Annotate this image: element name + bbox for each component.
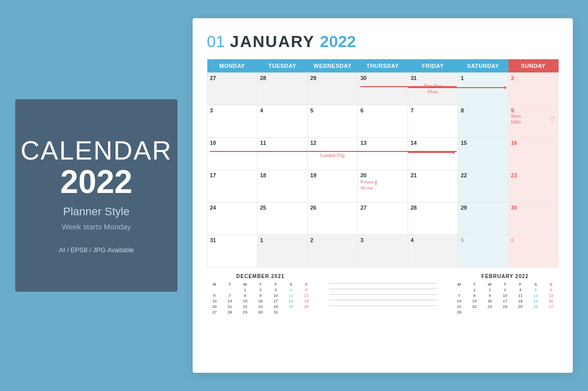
cell-31: 31 New YearPArty bbox=[408, 73, 458, 105]
cell-28: 28 bbox=[258, 73, 308, 105]
table-row: 10 11 12 bbox=[207, 138, 559, 170]
mini-dec-title: DECEMBER 2021 bbox=[207, 273, 314, 279]
cell-28: 28 bbox=[408, 203, 458, 235]
header-wednesday: WEDNESDAY bbox=[308, 59, 358, 73]
notes-lines bbox=[314, 273, 451, 315]
table-row: 24 25 26 27 28 29 30 bbox=[207, 203, 559, 235]
mini-feb-title: FEBRUARY 2022 bbox=[452, 273, 559, 279]
table-row: 14151617181920 bbox=[452, 298, 559, 304]
note-line bbox=[329, 305, 436, 306]
cell-10: 10 bbox=[207, 138, 258, 170]
cell-30: 30 bbox=[508, 203, 559, 235]
cell-1-other: 1 bbox=[258, 235, 308, 267]
cell-29: 29 bbox=[308, 73, 358, 105]
cell-31-jan: 31 bbox=[207, 235, 258, 267]
left-panel: CALENDAR 2022 Planner Style Week starts … bbox=[15, 99, 177, 292]
cell-23: 23 bbox=[508, 170, 559, 203]
mini-calendar-december: DECEMBER 2021 M T W T F S S bbox=[207, 273, 314, 315]
cell-8: 8 bbox=[458, 105, 508, 138]
cell-3-other: 3 bbox=[358, 235, 408, 267]
cell-11: 11 bbox=[258, 138, 308, 170]
note-line bbox=[329, 289, 436, 289]
table-row: 3 4 5 6 7 8 9 MomHBD ♡ bbox=[207, 105, 559, 138]
table-row: 31 1 2 3 4 5 6 bbox=[207, 235, 559, 267]
table-row: 28 bbox=[452, 309, 559, 315]
calendar-grid: MONDAY TUESDAY WEDNESDAY THURSDAY FRIDAY… bbox=[207, 59, 559, 267]
cell-27: 27 bbox=[207, 73, 258, 105]
mini-calendar-february: FEBRUARY 2022 M T W T F S S bbox=[452, 273, 559, 315]
bottom-section: DECEMBER 2021 M T W T F S S bbox=[207, 273, 559, 315]
header-thursday: THURSDAY bbox=[358, 59, 408, 73]
cell-14: 14 bbox=[408, 138, 458, 170]
left-year: 2022 bbox=[60, 166, 132, 198]
cell-27b: 27 bbox=[358, 203, 408, 235]
table-row: 6789101112 bbox=[207, 293, 314, 298]
left-formats: AI / EPS8 / JPG Available bbox=[59, 246, 134, 254]
table-row: 27 28 29 30 31 New YearPArty bbox=[207, 73, 559, 105]
cell-3: 3 bbox=[207, 105, 258, 138]
header-sunday: SUNDAY bbox=[508, 59, 559, 73]
cell-25: 25 bbox=[258, 203, 308, 235]
cell-4: 4 bbox=[258, 105, 308, 138]
cell-7: 7 bbox=[408, 105, 458, 138]
cell-9: 9 MomHBD ♡ bbox=[508, 105, 559, 138]
present-mrjoe-event: PresentMr.Joe bbox=[360, 179, 374, 191]
month-name: JANUARY bbox=[230, 32, 315, 51]
calendar-panel: 01 JANUARY 2022 MONDAY TUESDAY WEDNESDAY… bbox=[193, 18, 573, 373]
cell-15: 15 bbox=[458, 138, 508, 170]
header-tuesday: TUESDAY bbox=[258, 59, 308, 73]
table-row: 17 18 19 20 PresentMr.Joe ! 21 22 23 bbox=[207, 170, 559, 203]
cell-5-other: 5 bbox=[458, 235, 508, 267]
exclamation-icon: ! bbox=[375, 179, 377, 187]
cell-26: 26 bbox=[308, 203, 358, 235]
cell-4-other: 4 bbox=[408, 235, 458, 267]
cell-29: 29 bbox=[458, 203, 508, 235]
header-saturday: SATURDAY bbox=[458, 59, 508, 73]
table-row: 13141516171819 bbox=[207, 298, 314, 304]
cell-22: 22 bbox=[458, 170, 508, 203]
calendar-year: 2022 bbox=[320, 32, 356, 51]
left-style: Planner Style bbox=[63, 205, 130, 218]
cell-13: 13 bbox=[358, 138, 408, 170]
heart-icon: ♡ bbox=[549, 115, 556, 123]
note-line bbox=[329, 294, 436, 295]
mini-dec-table: M T W T F S S 12345 bbox=[207, 282, 314, 315]
mini-feb-table: M T W T F S S 123456 bbox=[452, 282, 559, 315]
table-row: 2728293031 bbox=[207, 309, 314, 315]
table-row: 20212223242526 bbox=[207, 304, 314, 309]
cell-12: 12 London Trip bbox=[308, 138, 358, 170]
calendar-header: 01 JANUARY 2022 bbox=[207, 32, 559, 51]
london-trip-event: London Trip bbox=[310, 153, 355, 158]
month-number: 01 bbox=[207, 32, 225, 51]
cell-18: 18 bbox=[258, 170, 308, 203]
left-week-start: Week starts Monday bbox=[62, 222, 131, 231]
cell-2-other: 2 bbox=[308, 235, 358, 267]
cell-24: 24 bbox=[207, 203, 258, 235]
note-line bbox=[329, 300, 436, 300]
cell-16: 16 bbox=[508, 138, 559, 170]
cell-6: 6 bbox=[358, 105, 408, 138]
cell-21: 21 bbox=[408, 170, 458, 203]
cell-19: 19 bbox=[308, 170, 358, 203]
header-monday: MONDAY bbox=[207, 59, 258, 73]
cell-20: 20 PresentMr.Joe ! bbox=[358, 170, 408, 203]
cell-6-other: 6 bbox=[508, 235, 559, 267]
header-friday: FRIDAY bbox=[408, 59, 458, 73]
cell-17: 17 bbox=[207, 170, 258, 203]
table-row: 78910111213 bbox=[452, 293, 559, 298]
table-row: 123456 bbox=[452, 287, 559, 293]
note-line bbox=[329, 283, 436, 284]
cell-30: 30 bbox=[358, 73, 408, 105]
table-row: 21222324252627 bbox=[452, 304, 559, 309]
cell-2-sun: 2 bbox=[508, 73, 559, 105]
cell-5: 5 bbox=[308, 105, 358, 138]
mom-hbd-event: MomHBD bbox=[511, 113, 521, 125]
table-row: 12345 bbox=[207, 287, 314, 293]
left-title: CALENDAR bbox=[20, 137, 172, 164]
